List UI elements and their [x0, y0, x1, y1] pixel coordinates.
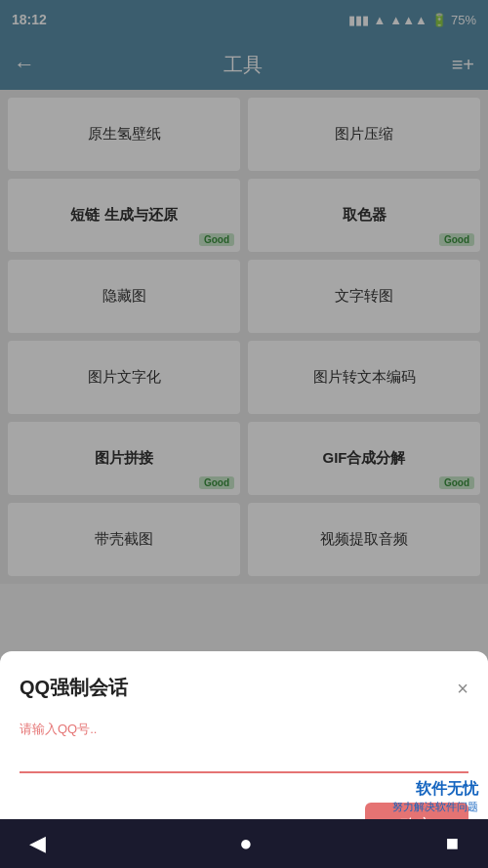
nav-home-button[interactable]: ●	[239, 831, 252, 856]
dialog-close-button[interactable]: ×	[457, 679, 468, 698]
nav-back-button[interactable]: ◀	[29, 831, 46, 856]
dialog-header: QQ强制会话 ×	[20, 675, 468, 701]
bottom-nav: ◀ ● ■	[0, 819, 488, 868]
dialog-title: QQ强制会话	[20, 675, 128, 701]
watermark-title: 软件无忧	[392, 779, 478, 800]
dialog-input-label: 请输入QQ号..	[20, 721, 468, 738]
qq-number-input[interactable]	[20, 742, 468, 773]
watermark-subtitle: 努力解决软件问题	[392, 800, 478, 814]
nav-recents-button[interactable]: ■	[446, 831, 459, 856]
watermark: 软件无忧 努力解决软件问题	[392, 779, 478, 814]
